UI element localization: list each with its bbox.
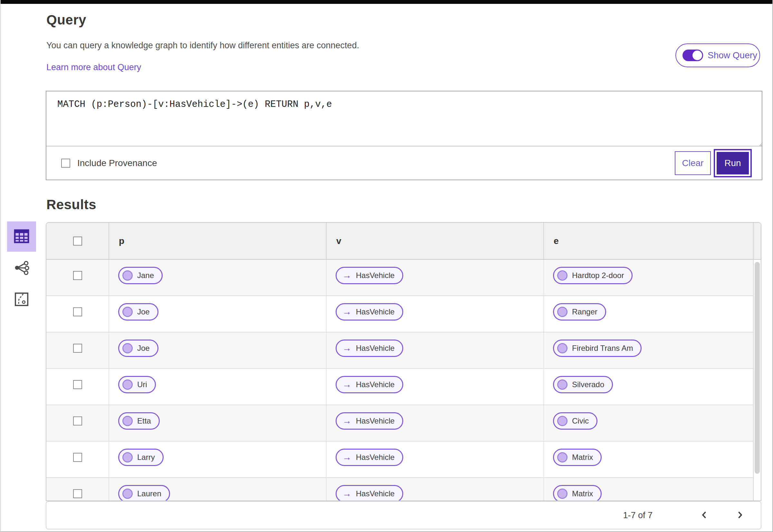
clear-button[interactable]: Clear xyxy=(675,151,711,175)
include-provenance-checkbox[interactable] xyxy=(61,159,70,168)
window-top-edge xyxy=(1,0,773,4)
node-circle-icon xyxy=(557,270,567,281)
edge-pill[interactable]: HasVehicle xyxy=(336,412,403,430)
next-page-button[interactable] xyxy=(731,509,749,521)
node-circle-icon xyxy=(122,343,133,353)
node-circle-icon xyxy=(557,489,567,499)
row-checkbox[interactable] xyxy=(73,307,82,316)
edge-pill[interactable]: HasVehicle xyxy=(336,485,403,501)
results-table: p v e Jane HasVehicle Hardtop 2-door xyxy=(46,222,761,501)
arrow-right-icon xyxy=(342,307,351,316)
node-circle-icon xyxy=(557,307,567,317)
show-query-toggle[interactable]: Show Query xyxy=(675,43,760,67)
row-checkbox[interactable] xyxy=(73,416,82,425)
row-checkbox[interactable] xyxy=(73,344,82,353)
row-checkbox[interactable] xyxy=(73,489,82,498)
vertical-scrollbar[interactable] xyxy=(753,223,761,500)
node-circle-icon xyxy=(557,416,567,426)
scrollbar-header-cap xyxy=(754,223,761,260)
column-header-p: p xyxy=(109,236,124,246)
entity-pill[interactable]: Firebird Trans Am xyxy=(553,340,642,357)
row-checkbox[interactable] xyxy=(73,271,82,280)
edge-pill[interactable]: HasVehicle xyxy=(336,449,403,466)
node-circle-icon xyxy=(122,416,133,426)
entity-pill[interactable]: Hardtop 2-door xyxy=(553,267,633,284)
entity-pill[interactable]: Matrix xyxy=(553,449,602,466)
arrow-right-icon xyxy=(342,380,351,389)
entity-pill[interactable]: Joe xyxy=(118,303,158,321)
entity-pill[interactable]: Jane xyxy=(118,267,163,284)
entity-pill[interactable]: Ranger xyxy=(553,303,606,321)
edge-pill[interactable]: HasVehicle xyxy=(336,267,403,284)
scrollbar-thumb[interactable] xyxy=(755,262,760,474)
arrow-right-icon xyxy=(342,271,351,280)
entity-pill[interactable]: Matrix xyxy=(553,485,602,501)
node-circle-icon xyxy=(557,379,567,390)
edge-pill[interactable]: HasVehicle xyxy=(336,303,403,321)
query-input[interactable]: MATCH (p:Person)-[v:HasVehicle]->(e) RET… xyxy=(46,91,762,146)
table-row: Lauren HasVehicle Matrix xyxy=(46,478,761,501)
toggle-knob xyxy=(693,51,702,60)
table-header-row: p v e xyxy=(46,223,761,260)
table-view-button[interactable] xyxy=(7,221,36,252)
map-view-button[interactable] xyxy=(7,285,36,315)
chevron-right-icon xyxy=(734,509,745,521)
entity-pill[interactable]: Lauren xyxy=(118,485,170,501)
graph-icon xyxy=(14,260,30,277)
node-circle-icon xyxy=(122,307,133,317)
query-page: Query You can query a knowledge graph to… xyxy=(0,0,773,532)
node-circle-icon xyxy=(557,452,567,462)
node-circle-icon xyxy=(122,270,133,281)
arrow-right-icon xyxy=(342,416,351,425)
entity-pill[interactable]: Uri xyxy=(118,376,156,393)
entity-pill[interactable]: Larry xyxy=(118,449,163,466)
query-section-title: Query xyxy=(46,12,86,28)
include-provenance-label: Include Provenance xyxy=(77,158,157,168)
column-header-e: e xyxy=(544,236,559,246)
table-body: Jane HasVehicle Hardtop 2-door Joe xyxy=(46,260,761,501)
entity-pill[interactable]: Civic xyxy=(553,412,598,430)
edge-pill[interactable]: HasVehicle xyxy=(336,340,403,357)
table-row: Etta HasVehicle Civic xyxy=(46,405,761,442)
table-row: Jane HasVehicle Hardtop 2-door xyxy=(46,260,761,296)
results-view-switcher xyxy=(7,221,36,315)
table-icon xyxy=(14,229,29,244)
graph-view-button[interactable] xyxy=(7,253,36,283)
chevron-left-icon xyxy=(699,509,710,521)
node-circle-icon xyxy=(557,343,567,353)
arrow-right-icon xyxy=(342,344,351,353)
edge-pill[interactable]: HasVehicle xyxy=(336,376,403,393)
entity-pill[interactable]: Joe xyxy=(118,340,158,357)
entity-pill[interactable]: Etta xyxy=(118,412,160,430)
node-circle-icon xyxy=(122,452,133,462)
results-section-title: Results xyxy=(46,197,96,212)
node-circle-icon xyxy=(122,379,133,390)
table-row: Uri HasVehicle Silverado xyxy=(46,369,761,405)
select-all-checkbox[interactable] xyxy=(73,237,82,246)
table-row: Larry HasVehicle Matrix xyxy=(46,442,761,478)
show-query-label: Show Query xyxy=(708,50,757,61)
row-checkbox[interactable] xyxy=(73,453,82,462)
run-button[interactable]: Run xyxy=(717,152,749,174)
previous-page-button[interactable] xyxy=(695,509,714,521)
arrow-right-icon xyxy=(342,489,351,498)
route-icon xyxy=(14,292,29,308)
table-row: Joe HasVehicle Ranger xyxy=(46,296,761,332)
query-editor-panel: MATCH (p:Person)-[v:HasVehicle]->(e) RET… xyxy=(46,91,762,180)
table-row: Joe HasVehicle Firebird Trans Am xyxy=(46,332,761,369)
pagination-bar: 1-7 of 7 xyxy=(46,501,761,529)
entity-pill[interactable]: Silverado xyxy=(553,376,613,393)
column-header-v: v xyxy=(327,236,341,246)
pagination-range-label: 1-7 of 7 xyxy=(623,510,653,520)
arrow-right-icon xyxy=(342,453,351,462)
toggle-on-icon[interactable] xyxy=(683,50,703,61)
node-circle-icon xyxy=(122,489,133,499)
learn-more-link[interactable]: Learn more about Query xyxy=(46,62,141,72)
query-description: You can query a knowledge graph to ident… xyxy=(46,41,359,51)
row-checkbox[interactable] xyxy=(73,380,82,389)
query-editor-footer: Include Provenance Clear Run xyxy=(46,146,762,180)
